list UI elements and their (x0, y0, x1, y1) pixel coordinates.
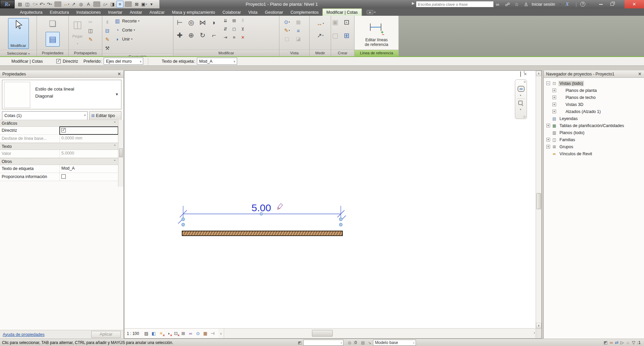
horizontal-scrollbar[interactable]: › (224, 329, 536, 338)
demolish-hammer-icon[interactable]: ⚒ (103, 44, 111, 52)
panel-label-medir[interactable]: Medir (310, 50, 331, 56)
tree-item-label[interactable]: Vistas 3D (565, 102, 584, 107)
panel-label-propiedades[interactable]: Propiedades (37, 50, 68, 56)
element-filter-dropdown[interactable]: Cotas (1) ∨ (2, 111, 88, 120)
worksets-dropdown[interactable]: ∨ (303, 340, 343, 346)
offset-icon[interactable]: ◎ (186, 17, 197, 28)
view-control-icon[interactable]: ◑ (165, 330, 172, 337)
panel-label-geometria[interactable]: Geometría (102, 53, 173, 56)
tree-item-label[interactable]: Planos de planta (565, 88, 598, 93)
scroll-up-icon[interactable]: ∧ (536, 71, 541, 76)
active-only-icon[interactable]: ▤ (360, 340, 366, 345)
view-control-icon[interactable]: ☀ (158, 330, 164, 337)
move-icon[interactable]: ✚ (174, 30, 185, 41)
ribbon-tab[interactable]: Estructura (46, 9, 72, 16)
join-geometry-icon[interactable]: ◗ Unir ▾ (114, 35, 132, 43)
leader-checkbox[interactable] (56, 59, 61, 63)
property-value[interactable]: Mod_A (60, 165, 118, 173)
tree-item[interactable]: Vistas (todo) (544, 80, 644, 87)
search-input[interactable] (416, 1, 494, 7)
redo-icon[interactable]: ↷▾ (46, 1, 53, 8)
restore-button[interactable] (610, 0, 614, 8)
panel-label-seleccionar[interactable]: Seleccionar ▾ (0, 50, 37, 56)
copy-icon[interactable]: ⊕ (186, 30, 197, 41)
switch-windows-icon[interactable]: ▣▾ (141, 1, 148, 8)
delete-icon[interactable]: ✕ (239, 34, 247, 41)
dimension-grips[interactable] (182, 213, 342, 226)
wall-joins-icon[interactable]: ✎ (103, 36, 111, 44)
help-icon[interactable]: ? (580, 0, 585, 8)
property-row[interactable]: Texto de etiqueta Mod_A (0, 165, 118, 173)
tree-item[interactable]: Planos de planta (544, 87, 644, 94)
tree-item-label[interactable]: Tablas de planificación/Cantidades (558, 123, 625, 128)
status-icon[interactable]: ∞ (610, 340, 613, 345)
tree-item-label[interactable]: Familias (558, 137, 576, 142)
wall-element[interactable] (182, 231, 342, 236)
application-menu-button[interactable]: R▾ (0, 0, 14, 9)
cope-icon[interactable]: ▥ Recorte ▾ (114, 17, 140, 25)
lightbulb-override-icon[interactable]: ⊙▾ (283, 18, 291, 26)
vertical-scrollbar[interactable]: ∧ ∨ (536, 71, 541, 328)
property-checkbox[interactable] (61, 174, 66, 179)
sep[interactable]: ▾ (54, 1, 61, 7)
ribbon-tab[interactable]: Arquitectura (16, 9, 46, 16)
trim-extend-corner-icon[interactable]: ⌐ (209, 30, 219, 41)
scale-icon[interactable]: ◻ (230, 25, 238, 33)
ribbon-tab[interactable]: Anotar (126, 9, 146, 16)
tree-item[interactable]: Alzados (Alzado 1) (544, 108, 644, 115)
help-dropdown-icon[interactable]: ▾ (588, 0, 589, 8)
panel-label-portapapeles[interactable]: Portapapeles (69, 50, 102, 56)
qat-overflow-icon[interactable]: ▾▾ (148, 1, 155, 8)
property-value[interactable]: 5.0000 (60, 150, 118, 158)
tree-item[interactable]: Leyendas (544, 115, 644, 122)
tree-item[interactable]: Tablas de planificación/Cantidades (544, 122, 644, 129)
tree-expander-icon[interactable] (552, 96, 556, 99)
prefer-dropdown[interactable]: Ejes del muro ∨ (104, 58, 143, 65)
override-graphics-brush-icon[interactable]: ✎▾ (283, 26, 291, 35)
edit-dimension-pencil-icon[interactable] (277, 204, 283, 210)
tree-item[interactable]: Planos (todo) (544, 129, 644, 136)
property-value[interactable] (60, 127, 118, 134)
property-row[interactable]: Gráficos (0, 120, 118, 127)
view-control-icon[interactable]: ▨ (143, 330, 150, 337)
property-checkbox[interactable] (61, 128, 66, 132)
panel-label-crear[interactable]: Crear (331, 50, 354, 56)
status-icon[interactable]: ▷ (621, 340, 624, 345)
match-type-properties-icon[interactable]: ✎ (87, 36, 95, 44)
favorites-star-icon[interactable]: ☆ (515, 0, 519, 8)
pick-to-edit-icon[interactable]: ↘ (366, 340, 373, 345)
property-row[interactable]: Otros (0, 158, 118, 165)
create-assembly-icon[interactable]: ▢ (331, 32, 339, 40)
dropdown-arrow-icon[interactable]: ▾ (131, 38, 132, 41)
trim-extend-single-icon[interactable]: ⇥ (221, 34, 229, 41)
viewbar-collapse-icon[interactable]: ‹ (218, 331, 224, 336)
panel-label-modificar[interactable]: Modificar (173, 50, 279, 56)
tree-expander-icon[interactable] (552, 89, 556, 92)
copy-to-clipboard-icon[interactable]: ◫ (87, 27, 95, 35)
rotate-icon[interactable]: ↻ (197, 30, 208, 41)
view-scale-button[interactable]: 1 : 100 (127, 331, 139, 336)
thin-lines-icon[interactable]: ≡▾ (116, 1, 123, 8)
property-row[interactable]: Texto (0, 143, 118, 150)
split-element-icon[interactable]: ⇊ (221, 17, 229, 24)
ribbon-tab[interactable]: Modificar | Cotas (322, 8, 362, 16)
measure-along-element-icon[interactable]: ↗▾ (316, 32, 324, 40)
render-icon[interactable]: ▦▾ (294, 18, 303, 26)
ribbon-tab[interactable]: Instalaciones (72, 9, 104, 16)
navbar-collapse-icon[interactable]: ⊖ (523, 115, 526, 118)
sep[interactable]: ▾ (125, 1, 132, 7)
apply-button[interactable]: Aplicar (91, 331, 121, 338)
property-row[interactable]: Desfase de línea base... 0.0000 mm (0, 135, 118, 143)
dimension-value-text[interactable]: 5.00 (252, 202, 271, 213)
status-icon[interactable]: ◩ (604, 340, 608, 345)
scrollbar-thumb[interactable] (312, 330, 333, 337)
ribbon-tab[interactable]: Masa y emplazamiento (168, 9, 219, 16)
tree-expander-icon[interactable] (552, 110, 556, 113)
tree-expander-icon[interactable] (546, 145, 550, 149)
panel-label-linea-referencia[interactable]: Línea de referencia (355, 50, 398, 56)
array-icon[interactable]: ⊞ (230, 17, 238, 24)
close-inactive-windows-icon[interactable]: ⊠▾ (133, 1, 140, 8)
split-with-gap-icon[interactable]: ⇵ (221, 25, 229, 33)
search-icon[interactable]: ∞ (496, 0, 499, 8)
section-icon[interactable]: ◨▾ (109, 1, 116, 8)
